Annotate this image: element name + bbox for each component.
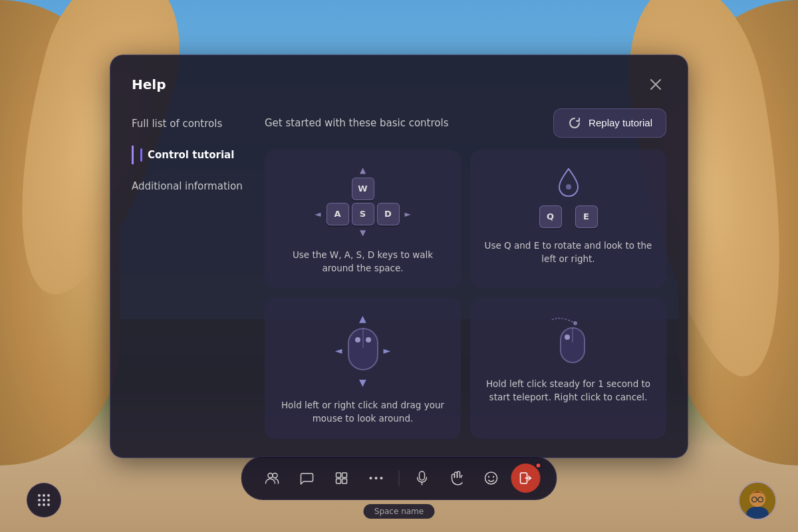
content-header: Get started with these basic controls Re… xyxy=(265,108,666,138)
teleport-visual xyxy=(539,313,598,366)
teleport-description: Hold left click steady for 1 second to s… xyxy=(483,377,653,404)
mouse-body xyxy=(346,327,380,374)
svg-point-12 xyxy=(38,499,41,501)
mouse-up-arrow: ▲ xyxy=(359,313,366,324)
nav-full-controls[interactable]: Full list of controls xyxy=(132,115,265,132)
svg-point-26 xyxy=(380,477,383,479)
leave-icon xyxy=(519,471,533,485)
qe-card: Q E Use Q and E to rotate and look to th… xyxy=(470,150,666,289)
svg-point-29 xyxy=(485,472,497,484)
svg-point-0 xyxy=(566,184,571,190)
svg-rect-20 xyxy=(336,473,341,477)
chat-icon xyxy=(300,471,315,485)
emoji-icon xyxy=(484,471,499,485)
wasd-keys: ▲ W ◄ A S D ► xyxy=(315,166,410,237)
mouse-left-arrow: ◄ xyxy=(335,345,342,356)
down-arrow: ▼ xyxy=(360,228,366,237)
leave-button[interactable] xyxy=(511,464,541,493)
sidebar-nav: Full list of controls Control tutorial A… xyxy=(132,108,265,439)
svg-point-10 xyxy=(43,494,45,497)
svg-point-9 xyxy=(38,494,41,497)
key-d: D xyxy=(377,203,400,225)
help-dialog: Help Full list of controls Control tutor… xyxy=(110,55,688,458)
svg-point-25 xyxy=(375,477,378,479)
hand-raise-button[interactable] xyxy=(442,464,471,493)
key-w: W xyxy=(352,178,374,200)
more-button[interactable] xyxy=(362,464,391,493)
up-arrow: ▲ xyxy=(360,166,366,175)
more-icon xyxy=(369,476,384,480)
controls-subtitle: Get started with these basic controls xyxy=(265,117,449,129)
wasd-row-asd: ◄ A S D ► xyxy=(315,203,410,225)
avatar-svg xyxy=(739,481,775,520)
space-name-badge: Space name xyxy=(364,504,434,519)
mouse-down-arrow: ▼ xyxy=(359,377,366,388)
replay-icon xyxy=(567,116,582,130)
key-q: Q xyxy=(539,205,562,228)
svg-point-19 xyxy=(273,473,277,478)
qe-description: Use Q and E to rotate and look to the le… xyxy=(483,239,653,266)
dialog-title: Help xyxy=(132,76,166,92)
apps-button[interactable] xyxy=(327,464,356,493)
key-s: S xyxy=(352,203,374,225)
active-indicator xyxy=(140,148,142,162)
grid-icon xyxy=(36,492,52,508)
rotation-icon xyxy=(555,166,582,199)
mouse-drag-card: ▲ ◄ xyxy=(265,297,461,439)
svg-point-14 xyxy=(47,499,50,501)
mouse-drag-description: Hold left or right click and drag your m… xyxy=(278,398,448,426)
svg-point-13 xyxy=(43,499,45,501)
key-a: A xyxy=(327,203,349,225)
toolbar-bar xyxy=(241,456,557,500)
svg-point-3 xyxy=(355,337,360,342)
mic-icon xyxy=(417,471,428,485)
teleport-card: Hold left click steady for 1 second to s… xyxy=(470,297,666,439)
teleport-svg xyxy=(539,313,598,366)
wasd-card: ▲ W ◄ A S D ► xyxy=(265,150,461,289)
qe-keys-layout: Q E xyxy=(539,166,598,228)
close-button[interactable] xyxy=(645,74,666,95)
nav-additional-info[interactable]: Additional information xyxy=(132,178,265,195)
svg-point-24 xyxy=(370,477,372,479)
svg-rect-23 xyxy=(342,479,347,483)
mouse-row: ◄ xyxy=(335,327,391,374)
people-button[interactable] xyxy=(258,464,287,493)
mic-button[interactable] xyxy=(408,464,437,493)
svg-point-8 xyxy=(573,321,577,325)
svg-point-7 xyxy=(565,334,570,340)
mouse-right-arrow: ► xyxy=(384,345,391,356)
key-e: E xyxy=(575,205,598,228)
svg-point-11 xyxy=(47,494,50,497)
svg-point-16 xyxy=(43,503,45,506)
rotation-visual xyxy=(555,166,582,199)
toolbar-separator xyxy=(399,470,400,486)
user-avatar-button[interactable] xyxy=(738,481,777,520)
nav-control-tutorial[interactable]: Control tutorial xyxy=(132,146,265,164)
left-arrow: ◄ xyxy=(315,209,321,219)
svg-point-31 xyxy=(493,476,494,477)
right-arrow: ► xyxy=(405,209,411,219)
wasd-description: Use the W, A, S, D keys to walk around t… xyxy=(278,248,448,275)
replay-tutorial-button[interactable]: Replay tutorial xyxy=(553,108,666,138)
notification-dot xyxy=(535,462,542,469)
wasd-row-top: ▲ xyxy=(360,166,366,175)
controls-grid: ▲ W ◄ A S D ► xyxy=(265,150,666,439)
svg-point-30 xyxy=(488,476,489,477)
dialog-header: Help xyxy=(132,74,666,95)
svg-point-18 xyxy=(268,473,273,478)
people-icon xyxy=(265,472,280,484)
svg-point-17 xyxy=(47,503,50,506)
wasd-row-w: W xyxy=(352,178,374,200)
hand-icon xyxy=(451,471,463,485)
content-area: Get started with these basic controls Re… xyxy=(265,108,666,439)
apps-icon xyxy=(334,471,349,485)
svg-point-4 xyxy=(366,337,371,342)
grid-menu-button[interactable] xyxy=(27,483,61,517)
replay-btn-label: Replay tutorial xyxy=(589,117,652,128)
wasd-row-bottom: ▼ xyxy=(360,228,366,237)
dialog-overlay: Help Full list of controls Control tutor… xyxy=(0,0,798,532)
chat-button[interactable] xyxy=(293,464,322,493)
emoji-button[interactable] xyxy=(477,464,506,493)
avatar-inner xyxy=(739,483,775,519)
svg-rect-27 xyxy=(420,471,425,480)
